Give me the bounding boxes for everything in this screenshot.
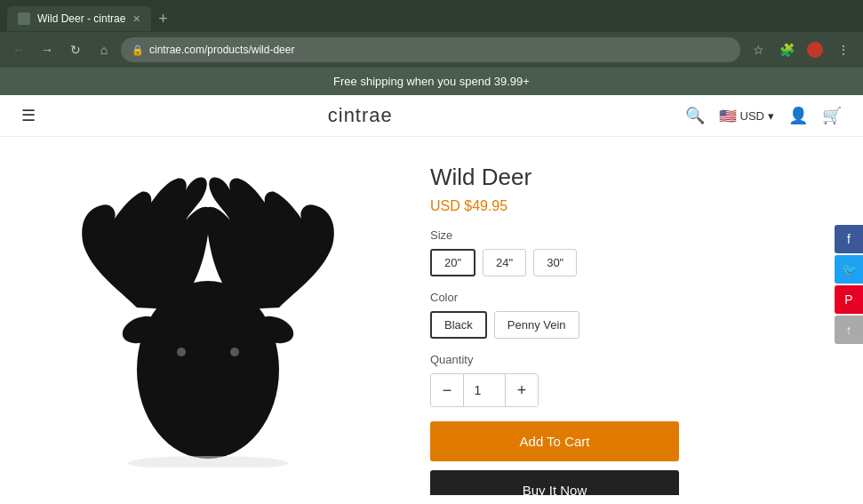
social-share-button[interactable]: ↑ (835, 316, 863, 344)
currency-selector[interactable]: 🇺🇸 USD ▾ (719, 108, 774, 124)
quantity-input[interactable] (463, 374, 506, 406)
cart-icon[interactable]: 🛒 (822, 106, 842, 125)
product-image-area (21, 155, 395, 477)
profile-button[interactable] (803, 37, 827, 62)
svg-point-4 (177, 348, 186, 356)
search-icon[interactable]: 🔍 (685, 106, 705, 125)
account-icon[interactable]: 👤 (788, 106, 808, 125)
quantity-decrease[interactable]: − (431, 374, 463, 406)
quantity-label: Quantity (430, 353, 842, 366)
lock-icon: 🔒 (132, 44, 144, 56)
nav-bar: ← → ↻ ⌂ 🔒 cintrae.com/products/wild-deer… (0, 32, 863, 68)
tab-bar: Wild Deer - cintrae ✕ + (0, 0, 863, 32)
color-option-penny-vein[interactable]: Penny Vein (494, 311, 579, 339)
currency-arrow: ▾ (768, 109, 774, 123)
bookmark-button[interactable]: ☆ (746, 37, 771, 62)
profile-avatar (807, 42, 823, 58)
color-option-black[interactable]: Black (430, 311, 487, 339)
browser-chrome: Wild Deer - cintrae ✕ + ← → ↻ ⌂ 🔒 cintra… (0, 0, 863, 68)
buy-now-button[interactable]: Buy It Now (430, 470, 679, 495)
size-options: 20" 24" 30" (430, 249, 842, 276)
product-title: Wild Deer (430, 164, 842, 191)
social-twitter-button[interactable]: 🐦 (835, 255, 863, 284)
site-logo: cintrae (328, 104, 393, 127)
color-label: Color (430, 291, 842, 304)
size-option-30[interactable]: 30" (533, 249, 577, 276)
main-content: Wild Deer USD $49.95 Size 20" 24" 30" Co… (0, 137, 863, 495)
svg-point-5 (230, 348, 239, 356)
tab-favicon (18, 12, 30, 25)
quantity-control: − + (430, 373, 539, 407)
svg-point-6 (128, 456, 288, 468)
menu-button[interactable]: ⋮ (831, 37, 856, 62)
site-header: ☰ cintrae 🔍 🇺🇸 USD ▾ 👤 🛒 (0, 95, 863, 137)
quantity-increase[interactable]: + (506, 374, 538, 406)
announcement-text: Free shipping when you spend 39.99+ (333, 75, 530, 88)
active-tab[interactable]: Wild Deer - cintrae ✕ (7, 6, 151, 31)
home-button[interactable]: ⌂ (92, 38, 116, 61)
extensions-button[interactable]: 🧩 (774, 37, 799, 62)
refresh-button[interactable]: ↻ (64, 38, 87, 61)
size-option-24[interactable]: 24" (483, 249, 526, 276)
product-price: USD $49.95 (430, 198, 842, 214)
flag-icon: 🇺🇸 (719, 108, 737, 124)
product-image (57, 165, 359, 468)
address-bar[interactable]: 🔒 cintrae.com/products/wild-deer (121, 37, 740, 62)
currency-text: USD (740, 109, 764, 123)
url-text: cintrae.com/products/wild-deer (149, 44, 730, 56)
header-left: ☰ (21, 106, 36, 125)
header-right: 🔍 🇺🇸 USD ▾ 👤 🛒 (685, 106, 842, 125)
social-facebook-button[interactable]: f (835, 225, 863, 253)
back-button[interactable]: ← (7, 38, 30, 61)
size-option-20[interactable]: 20" (430, 249, 475, 276)
nav-icons: ☆ 🧩 ⋮ (746, 37, 856, 62)
tab-title: Wild Deer - cintrae (37, 12, 125, 25)
forward-button[interactable]: → (36, 38, 59, 61)
social-pinterest-button[interactable]: P (835, 285, 863, 314)
tab-close[interactable]: ✕ (132, 13, 140, 25)
hamburger-menu[interactable]: ☰ (21, 106, 36, 125)
social-sidebar: f 🐦 P ↑ (835, 225, 863, 344)
size-label: Size (430, 228, 842, 242)
add-to-cart-button[interactable]: Add To Cart (430, 421, 679, 461)
announcement-bar: Free shipping when you spend 39.99+ (0, 68, 863, 95)
product-details: Wild Deer USD $49.95 Size 20" 24" 30" Co… (430, 155, 842, 477)
new-tab-button[interactable]: + (151, 10, 175, 28)
color-options: Black Penny Vein (430, 311, 842, 339)
svg-point-3 (177, 401, 239, 445)
